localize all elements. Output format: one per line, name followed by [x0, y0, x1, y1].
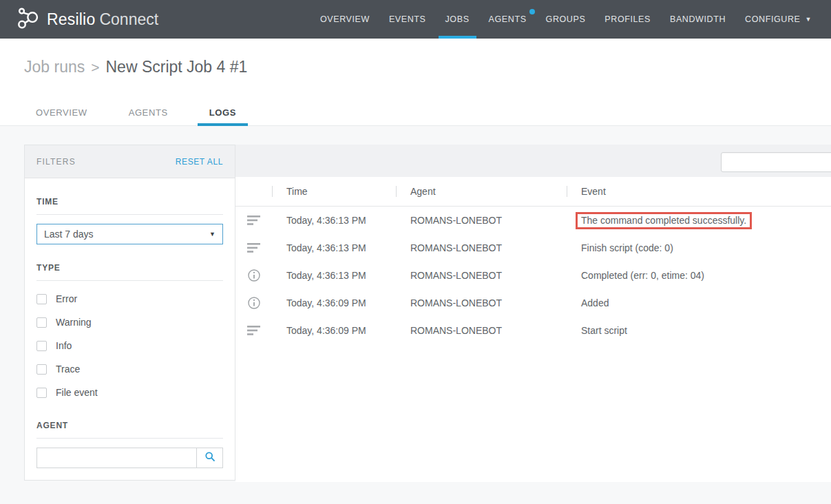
type-option-error[interactable]: Error — [36, 287, 223, 311]
log-row[interactable]: Today, 4:36:13 PMROMANS-LONEBOTCompleted… — [235, 262, 831, 289]
nav-item-jobs[interactable]: JOBS — [436, 0, 479, 39]
checkbox-icon[interactable] — [36, 388, 47, 398]
log-event: Completed (err: 0, etime: 04) — [567, 270, 831, 281]
type-filter-label: TYPE — [36, 263, 223, 273]
log-time: Today, 4:36:09 PM — [272, 297, 396, 308]
tab-overview[interactable]: OVERVIEW — [24, 100, 99, 125]
nav-item-groups[interactable]: GROUPS — [536, 0, 596, 39]
agent-filter-label: AGENT — [36, 421, 223, 430]
agent-search-button[interactable] — [196, 448, 222, 468]
divider — [36, 214, 223, 215]
log-agent: ROMANS-LONEBOT — [396, 325, 567, 336]
log-row[interactable]: Today, 4:36:13 PMROMANS-LONEBOTFinish sc… — [235, 234, 831, 262]
checkbox-icon[interactable] — [36, 317, 47, 328]
tab-label: OVERVIEW — [36, 107, 87, 118]
brand-name-secondary: Connect — [99, 10, 158, 29]
type-option-label: Info — [56, 340, 72, 351]
log-row[interactable]: Today, 4:36:09 PMROMANS-LONEBOTStart scr… — [235, 317, 831, 344]
divider — [36, 438, 223, 439]
brand-logo[interactable]: Resilio Connect — [0, 6, 158, 32]
log-event: Added — [567, 297, 831, 308]
checkbox-icon[interactable] — [36, 341, 47, 351]
divider — [36, 280, 223, 281]
nav-item-label: BANDWIDTH — [670, 14, 726, 24]
type-option-info[interactable]: Info — [36, 334, 223, 357]
brand-name-primary: Resilio — [47, 10, 95, 29]
tab-label: LOGS — [209, 107, 236, 118]
script-lines-icon — [235, 242, 272, 253]
log-table-rows: Today, 4:36:13 PMROMANS-LONEBOTThe comma… — [235, 207, 831, 344]
column-header-time[interactable]: Time — [272, 186, 396, 197]
time-range-value: Last 7 days — [44, 229, 209, 240]
time-range-select[interactable]: Last 7 days ▼ — [36, 224, 223, 244]
type-option-trace[interactable]: Trace — [36, 357, 223, 381]
breadcrumb-parent-link[interactable]: Job runs — [24, 58, 85, 76]
log-time: Today, 4:36:13 PM — [272, 270, 396, 281]
chevron-down-icon: ▼ — [209, 231, 215, 238]
log-table: TimeAgentEvent Today, 4:36:13 PMROMANS-L… — [235, 177, 831, 482]
type-option-file-event[interactable]: File event — [36, 381, 223, 404]
nav-item-agents[interactable]: AGENTS — [479, 0, 536, 39]
logs-table-area: TimeAgentEvent Today, 4:36:13 PMROMANS-L… — [235, 145, 831, 504]
log-agent: ROMANS-LONEBOT — [396, 215, 567, 226]
nav-item-label: AGENTS — [489, 14, 527, 24]
reset-all-link[interactable]: RESET ALL — [176, 157, 223, 167]
log-event-text: Start script — [581, 325, 627, 336]
main-nav: OVERVIEWEVENTSJOBSAGENTSGROUPSPROFILESBA… — [311, 0, 831, 39]
active-tab-underline — [439, 36, 476, 39]
nav-item-profiles[interactable]: PROFILES — [595, 0, 660, 39]
column-header-event[interactable]: Event — [567, 186, 831, 197]
active-tab-underline — [198, 123, 248, 126]
log-time: Today, 4:36:09 PM — [272, 325, 396, 336]
breadcrumb: Job runs>New Script Job 4 #1 — [0, 39, 831, 100]
type-option-label: Error — [56, 293, 77, 304]
filters-body: TIME Last 7 days ▼ TYPE ErrorWarningInfo… — [25, 197, 235, 468]
nav-item-overview[interactable]: OVERVIEW — [311, 0, 379, 39]
nav-item-bandwidth[interactable]: BANDWIDTH — [660, 0, 735, 39]
log-agent: ROMANS-LONEBOT — [396, 270, 567, 281]
resilio-connect-app: Resilio Connect OVERVIEWEVENTSJOBSAGENTS… — [0, 0, 831, 504]
log-event-text: Finish script (code: 0) — [581, 242, 673, 253]
breadcrumb-separator: > — [91, 59, 99, 75]
script-lines-icon — [235, 325, 272, 336]
log-time: Today, 4:36:13 PM — [272, 215, 396, 226]
nav-item-label: EVENTS — [389, 14, 426, 24]
type-option-label: Warning — [56, 317, 92, 328]
info-icon — [235, 296, 272, 310]
log-row[interactable]: Today, 4:36:13 PMROMANS-LONEBOTThe comma… — [235, 207, 831, 234]
chevron-down-icon: ▼ — [805, 16, 812, 23]
filters-panel: FILTERS RESET ALL TIME Last 7 days ▼ TYP… — [24, 145, 235, 481]
nav-item-label: PROFILES — [604, 14, 651, 24]
log-event: Start script — [567, 325, 831, 336]
type-option-warning[interactable]: Warning — [36, 311, 223, 334]
info-icon — [235, 269, 272, 282]
log-event-text: Completed (err: 0, etime: 04) — [581, 270, 704, 281]
checkbox-icon[interactable] — [36, 364, 47, 375]
checkbox-icon[interactable] — [36, 294, 47, 304]
log-row[interactable]: Today, 4:36:09 PMROMANS-LONEBOTAdded — [235, 289, 831, 317]
log-agent: ROMANS-LONEBOT — [396, 242, 567, 253]
filters-title: FILTERS — [36, 157, 76, 167]
notification-dot — [529, 9, 535, 14]
nav-item-label: OVERVIEW — [320, 14, 370, 24]
log-agent: ROMANS-LONEBOT — [396, 297, 567, 308]
log-event-text: Added — [581, 297, 609, 308]
log-table-header: TimeAgentEvent — [235, 177, 831, 207]
nav-item-label: GROUPS — [546, 14, 586, 24]
tab-label: AGENTS — [129, 107, 168, 118]
nav-item-configure[interactable]: CONFIGURE▼ — [735, 0, 821, 39]
magnifier-icon — [204, 451, 215, 465]
script-lines-icon — [235, 215, 272, 226]
type-option-label: File event — [56, 387, 98, 398]
logs-search-input[interactable] — [721, 152, 831, 172]
tab-logs[interactable]: LOGS — [198, 100, 248, 125]
nav-item-label: CONFIGURE — [745, 14, 800, 24]
log-event: The command completed successfully. — [567, 212, 831, 229]
agent-search — [36, 448, 223, 468]
top-navbar: Resilio Connect OVERVIEWEVENTSJOBSAGENTS… — [0, 0, 831, 39]
logs-content: FILTERS RESET ALL TIME Last 7 days ▼ TYP… — [0, 126, 831, 504]
tab-agents[interactable]: AGENTS — [117, 100, 180, 125]
column-header-agent[interactable]: Agent — [396, 186, 567, 197]
agent-search-input[interactable] — [37, 448, 196, 468]
nav-item-events[interactable]: EVENTS — [379, 0, 436, 39]
